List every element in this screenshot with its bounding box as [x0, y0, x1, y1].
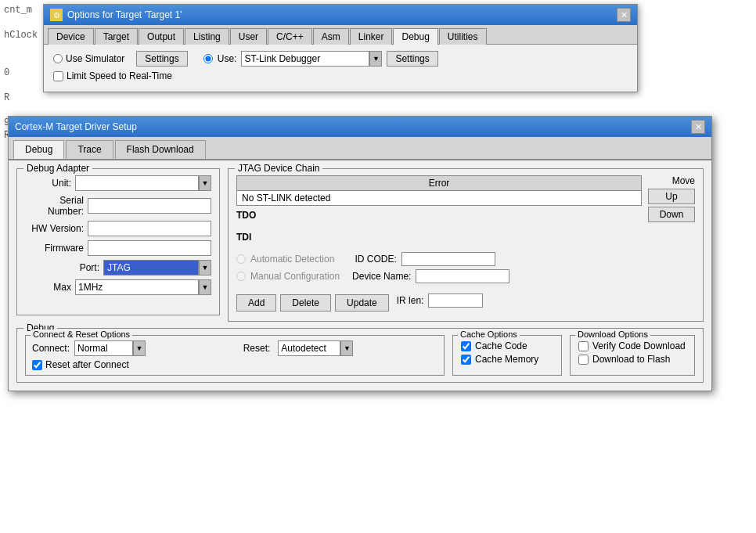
- verify-code-label: Verify Code Download: [592, 340, 686, 351]
- reset-after-row: Reset after Connect: [32, 359, 437, 370]
- cortex-tab-flash[interactable]: Flash Download: [115, 140, 206, 159]
- cortex-close-button[interactable]: ✕: [691, 120, 705, 134]
- verify-code-checkbox[interactable]: [578, 341, 589, 351]
- tdo-label: TDO: [236, 210, 260, 221]
- unit-dropdown-arrow[interactable]: ▼: [199, 175, 211, 191]
- move-label: Move: [672, 175, 695, 186]
- options-close-button[interactable]: ✕: [617, 8, 631, 22]
- serial-row: Serial Number:: [25, 195, 211, 217]
- reset-after-connect-checkbox[interactable]: [32, 360, 42, 370]
- firmware-row: Firmware: [25, 240, 211, 256]
- tab-device[interactable]: Device: [48, 28, 94, 45]
- debug-bottom-group: Debug Connect & Reset Options Connect: ▼…: [16, 328, 704, 383]
- download-to-flash-checkbox[interactable]: [578, 355, 589, 365]
- max-input[interactable]: [75, 279, 199, 295]
- cache-memory-item: Cache Memory: [461, 354, 553, 365]
- connect-input[interactable]: [74, 340, 133, 356]
- options-tabs: Device Target Output Listing User C/C++ …: [44, 25, 637, 45]
- jtag-no-stlink-cell: No ST-LINK detected: [237, 191, 642, 206]
- verify-code-item: Verify Code Download: [578, 340, 686, 351]
- unit-label: Unit:: [25, 178, 71, 189]
- watermark: https://blog.csdn.net/winxaj: [658, 520, 752, 529]
- hw-version-input[interactable]: [88, 221, 211, 236]
- simulator-radio[interactable]: [53, 54, 63, 63]
- port-label: Port:: [25, 262, 99, 273]
- jtag-label: JTAG Device Chain: [235, 163, 322, 174]
- tab-target[interactable]: Target: [95, 28, 138, 45]
- tab-asm[interactable]: Asm: [313, 28, 349, 45]
- firmware-input[interactable]: [88, 240, 211, 256]
- port-dropdown-arrow[interactable]: ▼: [199, 260, 211, 276]
- cache-memory-checkbox[interactable]: [461, 355, 471, 365]
- serial-input[interactable]: [88, 198, 211, 214]
- auto-detection-radio[interactable]: [236, 254, 246, 264]
- cache-code-checkbox[interactable]: [461, 341, 471, 351]
- tab-utilities[interactable]: Utilities: [439, 28, 487, 45]
- debug-group-top: Debug Adapter Unit: ▼ Serial Number: HW …: [16, 168, 704, 322]
- serial-label: Serial Number:: [25, 195, 84, 217]
- tab-cpp[interactable]: C/C++: [268, 28, 312, 45]
- ir-len-label: IR len:: [397, 295, 424, 306]
- jtag-table-area: Error No ST-LINK detected: [236, 175, 642, 315]
- download-options-group: Download Options Verify Code Download Do…: [570, 335, 695, 376]
- use-label: Use:: [218, 53, 237, 64]
- simulator-settings-button[interactable]: Settings: [136, 51, 187, 67]
- connect-row: Connect: ▼ Reset: ▼: [32, 340, 437, 356]
- reset-label: Reset:: [243, 343, 271, 354]
- options-body: Use Simulator Settings Use: ▼ Settings L…: [44, 45, 637, 92]
- ir-len-row: Add Delete Update IR len:: [236, 290, 642, 312]
- connect-dropdown-arrow[interactable]: ▼: [133, 340, 146, 356]
- cortex-body: Debug Adapter Unit: ▼ Serial Number: HW …: [9, 160, 711, 391]
- detection-section: Automatic Detection ID CODE: Manual Conf…: [236, 252, 642, 312]
- cache-options-group: Cache Options Cache Code Cache Memory: [452, 335, 562, 376]
- port-row: Port: JTAG ▼: [25, 260, 211, 276]
- manual-config-row: Manual Configuration Device Name:: [236, 269, 642, 283]
- down-button[interactable]: Down: [648, 207, 695, 222]
- hw-version-row: HW Version:: [25, 221, 211, 236]
- add-button[interactable]: Add: [236, 294, 276, 312]
- tab-listing[interactable]: Listing: [185, 28, 229, 45]
- manual-config-radio[interactable]: [236, 272, 246, 281]
- unit-input[interactable]: [75, 175, 199, 191]
- cortex-tab-debug[interactable]: Debug: [13, 140, 64, 159]
- cortex-tab-trace[interactable]: Trace: [66, 140, 113, 159]
- reset-dropdown-arrow[interactable]: ▼: [340, 340, 353, 356]
- unit-row: Unit: ▼: [25, 175, 211, 191]
- download-to-flash-item: Download to Flash: [578, 354, 686, 365]
- update-button[interactable]: Update: [335, 294, 389, 312]
- connect-label: Connect:: [32, 343, 70, 354]
- tab-debug[interactable]: Debug: [393, 28, 437, 45]
- tab-output[interactable]: Output: [139, 28, 184, 45]
- jtag-group: JTAG Device Chain Error: [228, 168, 704, 322]
- max-row: Max ▼: [25, 279, 211, 295]
- id-code-label: ID CODE:: [355, 254, 396, 265]
- jtag-row-no-stlink: No ST-LINK detected: [237, 191, 642, 206]
- ir-len-input[interactable]: [428, 294, 483, 308]
- tab-linker[interactable]: Linker: [350, 28, 393, 45]
- cortex-title-bar: Cortex-M Target Driver Setup ✕: [9, 117, 711, 137]
- tdo-row: TDO: [236, 210, 642, 221]
- jtag-section: JTAG Device Chain Error: [228, 168, 704, 322]
- id-code-input[interactable]: [401, 252, 495, 266]
- simulator-label: Use Simulator: [66, 53, 124, 64]
- delete-button[interactable]: Delete: [280, 294, 331, 312]
- options-icon: ⚙: [50, 9, 63, 21]
- up-button[interactable]: Up: [648, 189, 695, 204]
- port-value[interactable]: JTAG: [103, 260, 199, 276]
- device-name-input[interactable]: [416, 269, 509, 283]
- move-buttons: Move Up Down: [648, 175, 695, 315]
- connect-reset-label: Connect & Reset Options: [31, 330, 132, 339]
- debugger-dropdown-arrow[interactable]: ▼: [369, 51, 382, 67]
- max-dropdown-arrow[interactable]: ▼: [199, 279, 211, 295]
- cortex-tabs: Debug Trace Flash Download: [9, 137, 711, 160]
- cache-code-item: Cache Code: [461, 340, 553, 351]
- use-settings-button[interactable]: Settings: [387, 51, 437, 67]
- options-row-2: Limit Speed to Real-Time: [53, 70, 628, 81]
- debugger-select[interactable]: [241, 51, 369, 67]
- tab-user[interactable]: User: [230, 28, 267, 45]
- reset-input[interactable]: [278, 340, 340, 356]
- cache-code-label: Cache Code: [475, 340, 527, 351]
- use-radio[interactable]: [203, 54, 213, 63]
- cache-options-label: Cache Options: [458, 330, 520, 339]
- limit-speed-checkbox[interactable]: [53, 71, 63, 81]
